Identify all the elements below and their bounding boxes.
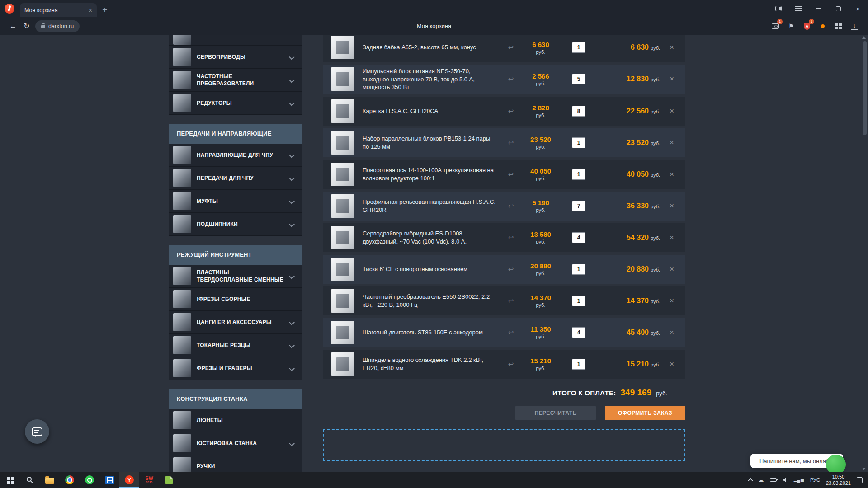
quantity-input[interactable] (572, 327, 585, 338)
taskbar-search-button[interactable] (20, 472, 40, 488)
sidebar-item[interactable]: !ФРЕЗЫ СБОРНЫЕ (169, 288, 302, 311)
sidebar-item[interactable]: СЕРВОПРИВОДЫ (169, 46, 302, 69)
product-thumbnail[interactable] (331, 352, 354, 376)
checkout-button[interactable]: ОФОРМИТЬ ЗАКАЗ (605, 406, 685, 420)
product-thumbnail[interactable] (331, 67, 354, 91)
quantity-input[interactable] (572, 264, 585, 275)
chevron-down-icon[interactable] (289, 100, 295, 106)
screenshot-extension-button[interactable]: 1 (772, 22, 779, 30)
sidebar-item[interactable]: НАПРАВЛЯЮЩИЕ ДЛЯ ЧПУ (169, 144, 302, 167)
chevron-down-icon[interactable] (289, 273, 295, 279)
sidebar-item[interactable]: ФРЕЗЫ И ГРАВЕРЫ (169, 357, 302, 380)
tab-close-icon[interactable]: × (89, 7, 92, 14)
sidebar-item[interactable]: ЦАНГИ ER И АКСЕССУАРЫ (169, 311, 302, 334)
volume-icon[interactable] (783, 477, 788, 483)
product-thumbnail[interactable] (331, 163, 354, 186)
browser-menu-button[interactable] (788, 0, 808, 17)
sidebar-item[interactable]: ПОДШИПНИКИ (169, 213, 302, 236)
file-explorer-button[interactable] (40, 472, 60, 488)
product-thumbnail[interactable] (331, 194, 354, 218)
move-to-saved-icon[interactable]: ↩ (503, 265, 519, 273)
chevron-down-icon[interactable] (289, 77, 295, 83)
remove-item-icon[interactable]: × (663, 360, 681, 369)
editor-app-button[interactable] (159, 472, 179, 488)
sidebar-item[interactable]: МУФТЫ (169, 190, 302, 213)
window-minimize-button[interactable] (808, 0, 828, 17)
grid-app-button[interactable] (99, 472, 119, 488)
remove-item-icon[interactable]: × (663, 170, 681, 179)
product-name-link[interactable]: Частотный преобразователь E550-2S0022, 2… (363, 293, 503, 309)
chevron-down-icon[interactable] (289, 198, 295, 204)
remove-item-icon[interactable]: × (663, 75, 681, 84)
bookmark-button[interactable]: ⚑ (788, 22, 795, 30)
product-name-link[interactable]: Профильная рельсовая направляющая H.S.A.… (363, 198, 503, 214)
sidebar-item[interactable]: РЕЖУЩИЙ ИНСТРУМЕНТ (169, 245, 302, 265)
product-thumbnail[interactable] (331, 131, 354, 155)
chat-online-prompt[interactable]: Напишите нам, мы онлайн! (750, 454, 843, 468)
remove-item-icon[interactable]: × (663, 296, 681, 305)
collections-button[interactable] (835, 22, 842, 30)
quantity-input[interactable] (572, 169, 585, 180)
hidden-icons-caret[interactable] (748, 478, 753, 483)
product-name-link[interactable]: Шпиндель водного охлаждения TDK 2.2 кВт,… (363, 356, 503, 372)
sidebar-item[interactable] (169, 35, 302, 46)
recalculate-button[interactable]: ПЕРЕСЧИТАТЬ (515, 406, 596, 420)
move-to-saved-icon[interactable]: ↩ (503, 75, 519, 83)
downloads-button[interactable]: ↓ (851, 22, 858, 30)
sidebar-item[interactable]: КОНСТРУКЦИЯ СТАНКА (169, 389, 302, 409)
product-name-link[interactable]: Шаговый двигатель ST86-150E с энкодером (363, 328, 503, 337)
browser-logo-icon[interactable] (5, 4, 14, 14)
adblock-extension-button[interactable]: A 1 (803, 22, 811, 30)
battery-icon[interactable] (770, 478, 777, 482)
product-name-link[interactable]: Задняя бабка А65-2, высота 65 мм, конус (363, 43, 503, 52)
remove-item-icon[interactable]: × (663, 265, 681, 274)
action-center-icon[interactable] (857, 477, 863, 483)
whatsapp-button[interactable] (80, 472, 99, 488)
chevron-down-icon[interactable] (289, 343, 295, 348)
product-name-link[interactable]: Тиски 6' CF с поворотным основанием (363, 265, 503, 273)
new-tab-button[interactable]: + (102, 5, 108, 14)
scroll-up-arrow[interactable] (862, 36, 866, 39)
start-button[interactable] (0, 472, 20, 488)
move-to-saved-icon[interactable]: ↩ (503, 360, 519, 368)
chevron-down-icon[interactable] (289, 441, 295, 446)
quantity-input[interactable] (572, 74, 585, 84)
move-to-saved-icon[interactable]: ↩ (503, 170, 519, 178)
scrollbar-thumb[interactable] (863, 41, 867, 135)
orange-extension-button[interactable] (819, 22, 826, 30)
quantity-input[interactable] (572, 137, 585, 148)
solidworks-button[interactable]: SW 2020 (139, 472, 159, 488)
yandex-browser-button[interactable] (119, 472, 139, 488)
move-to-saved-icon[interactable]: ↩ (503, 107, 519, 115)
quantity-input[interactable] (572, 201, 585, 211)
sidebar-item[interactable]: ЧАСТОТНЫЕ ПРЕОБРАЗОВАТЕЛИ (169, 69, 302, 92)
chat-widget-button[interactable] (25, 419, 49, 444)
chrome-button[interactable] (60, 472, 80, 488)
sidebar-item[interactable]: ПЕРЕДАЧИ И НАПРАВЛЯЮЩИЕ (169, 124, 302, 144)
quantity-input[interactable] (572, 42, 585, 53)
tab-panel-button[interactable] (769, 0, 788, 17)
move-to-saved-icon[interactable]: ↩ (503, 234, 519, 242)
quantity-input[interactable] (572, 296, 585, 306)
taskbar-clock[interactable]: 10:50 23.03.2021 (826, 474, 851, 487)
product-thumbnail[interactable] (331, 321, 354, 344)
remove-item-icon[interactable]: × (663, 107, 681, 116)
remove-item-icon[interactable]: × (663, 233, 681, 242)
move-to-saved-icon[interactable]: ↩ (503, 43, 519, 52)
sidebar-item[interactable]: ЛЮНЕТЫ (169, 409, 302, 432)
sidebar-item[interactable]: ЮСТИРОВКА СТАНКА (169, 432, 302, 455)
chevron-down-icon[interactable] (289, 319, 295, 325)
sidebar-item[interactable]: РУЧКИ (169, 455, 302, 472)
sidebar-item[interactable]: ПЛАСТИНЫ ТВЕРДОСПЛАВНЫЕ СМЕННЫЕ (169, 265, 302, 288)
product-thumbnail[interactable] (331, 226, 354, 249)
product-thumbnail[interactable] (331, 99, 354, 123)
product-name-link[interactable]: Набор параллельных блоков PB153-1 24 пар… (363, 135, 503, 150)
quantity-input[interactable] (572, 106, 585, 117)
product-thumbnail[interactable] (331, 258, 354, 281)
quantity-input[interactable] (572, 232, 585, 243)
scroll-down-arrow[interactable] (862, 468, 866, 470)
window-maximize-button[interactable] (828, 0, 848, 17)
move-to-saved-icon[interactable]: ↩ (503, 297, 519, 305)
browser-tab[interactable]: Моя корзина × (20, 3, 97, 17)
move-to-saved-icon[interactable]: ↩ (503, 202, 519, 210)
